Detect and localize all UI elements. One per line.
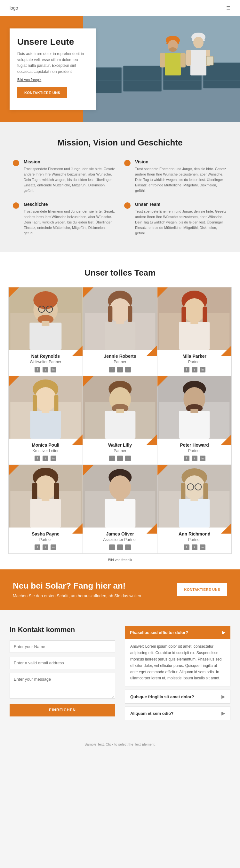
instagram-icon-5[interactable]: in	[125, 456, 131, 461]
faq-item-header-1[interactable]: Aliquam et sem odio? ▶	[125, 707, 230, 720]
team-title: Unser tolles Team	[8, 268, 232, 278]
svg-rect-11	[165, 53, 181, 75]
hero-contact-button[interactable]: KONTAKTIERE UNS	[17, 87, 67, 98]
instagram-icon-7[interactable]: in	[51, 545, 56, 550]
nat-svg	[9, 287, 83, 350]
svg-rect-51	[33, 395, 37, 412]
faq-main-chevron: ▶	[222, 630, 225, 635]
instagram-icon-2[interactable]: in	[125, 367, 131, 372]
menu-icon[interactable]: ≡	[226, 4, 231, 12]
team-card-info-8: James Oliver Assoziierter Partner f t in	[83, 528, 157, 553]
svg-rect-82	[116, 497, 124, 501]
contact-submit-button[interactable]: EINREICHEN	[9, 704, 115, 716]
instagram-icon[interactable]: in	[51, 367, 56, 372]
svg-rect-45	[179, 322, 210, 350]
hero-description: Duis aute irure dolor in reprehenderit i…	[17, 51, 88, 74]
team-grid: Nat Reynolds Weltweiter Partner f t in	[8, 287, 232, 554]
team-card-peter-howard: Peter Howard Partner f t in	[157, 376, 232, 465]
faq-item-0: Quisque fringilla sit amet dolor? ▶	[125, 690, 231, 704]
mission-heading-0: Mission	[24, 159, 116, 164]
mission-text-3: Trost spendete Ehemenn und Junge, den si…	[135, 209, 227, 236]
orange-corner-br-7	[72, 523, 83, 534]
twitter-icon[interactable]: t	[42, 367, 48, 372]
cta-text: Neu bei Solar? Fang hier an! Machen Sie …	[13, 581, 141, 598]
orange-corner-br-4	[72, 434, 83, 445]
team-social-icons-4: f t in	[11, 456, 80, 461]
team-social-icons-5: f t in	[86, 456, 155, 461]
instagram-icon-6[interactable]: in	[200, 456, 205, 461]
twitter-icon-4[interactable]: t	[42, 456, 48, 461]
cta-section: Neu bei Solar? Fang hier an! Machen Sie …	[0, 569, 240, 610]
team-card-walter-lilly: Walter Lilly Partner f t in	[83, 376, 157, 465]
facebook-icon-3[interactable]: f	[184, 367, 189, 372]
team-member-role-6: Partner	[160, 448, 229, 453]
hero-freepik: Bild von freepik	[17, 78, 88, 82]
facebook-icon-4[interactable]: f	[35, 456, 40, 461]
team-card-info-9: Ann Richmond Partner f t in	[157, 528, 231, 553]
twitter-icon-7[interactable]: t	[42, 545, 48, 550]
svg-point-42	[184, 298, 205, 322]
facebook-icon-2[interactable]: f	[109, 367, 115, 372]
twitter-icon-2[interactable]: t	[117, 367, 123, 372]
facebook-icon-5[interactable]: f	[109, 456, 115, 461]
orange-corner-tl-4	[9, 376, 19, 386]
sasha-svg	[9, 465, 83, 528]
svg-rect-3	[123, 66, 161, 91]
jennie-svg	[83, 287, 157, 350]
contact-name-input[interactable]	[9, 640, 115, 653]
hero-section: Unsere Leute Duis aute irure dolor in re…	[0, 16, 240, 122]
team-member-name: Nat Reynolds	[11, 353, 80, 359]
instagram-icon-3[interactable]: in	[200, 367, 205, 372]
team-member-name-7: Sasha Payne	[11, 531, 80, 536]
peter-svg	[157, 376, 231, 439]
cta-subtitle: Machen Sie den ersten Schritt, um heraus…	[13, 593, 141, 598]
team-social-icons-8: f t in	[86, 545, 155, 550]
team-photo-sasha	[9, 465, 83, 528]
facebook-icon-9[interactable]: f	[184, 545, 189, 550]
orange-corner-br-9	[221, 523, 231, 534]
svg-rect-81	[104, 499, 136, 528]
svg-rect-38	[116, 320, 124, 324]
twitter-icon-6[interactable]: t	[192, 456, 198, 461]
mission-item-2: Geschichte Trost spendete Ehemenn und Ju…	[13, 202, 116, 236]
faq-chevron-1: ▶	[221, 711, 225, 716]
team-photo-walter	[83, 376, 157, 439]
instagram-icon-9[interactable]: in	[200, 545, 205, 550]
svg-point-80	[109, 475, 131, 500]
ann-svg	[157, 465, 231, 528]
facebook-icon-7[interactable]: f	[35, 545, 40, 550]
team-card-info-5: Walter Lilly Partner f t in	[83, 439, 157, 465]
orange-corner-br-2	[147, 346, 157, 356]
team-card-mila-parker: Mila Parker Partner f t in	[157, 287, 232, 376]
contact-email-input[interactable]	[9, 657, 115, 669]
svg-rect-52	[54, 395, 58, 412]
orange-corner-br-5	[147, 434, 157, 445]
facebook-icon-6[interactable]: f	[184, 456, 189, 461]
svg-rect-93	[191, 497, 199, 501]
team-card-jennie-roberts: Jennie Roberts Partner f t in	[83, 287, 157, 376]
svg-rect-30	[41, 321, 49, 326]
team-social-icons-2: f t in	[86, 367, 155, 372]
contact-message-input[interactable]	[9, 673, 115, 699]
team-card-info-3: Mila Parker Partner f t in	[157, 350, 231, 376]
twitter-icon-8[interactable]: t	[117, 545, 123, 550]
contact-section: In Kontakt kommen EINREICHEN Phasellus s…	[0, 610, 240, 739]
svg-rect-29	[29, 322, 61, 350]
orange-corner-tl-6	[157, 376, 168, 386]
facebook-icon[interactable]: f	[35, 367, 40, 372]
faq-main-item: Phasellus sed efficitur dolor? ▶ Answer:…	[125, 626, 231, 686]
mission-item-0: Mission Trost spendete Ehemenn und Junge…	[13, 159, 116, 193]
contact-form: In Kontakt kommen EINREICHEN	[9, 626, 115, 723]
svg-rect-88	[204, 483, 208, 500]
faq-main-header[interactable]: Phasellus sed efficitur dolor? ▶	[125, 626, 231, 639]
facebook-icon-8[interactable]: f	[109, 545, 115, 550]
twitter-icon-3[interactable]: t	[192, 367, 198, 372]
twitter-icon-5[interactable]: t	[117, 456, 123, 461]
faq-item-header-0[interactable]: Quisque fringilla sit amet dolor? ▶	[125, 690, 230, 703]
instagram-icon-4[interactable]: in	[51, 456, 56, 461]
hero-card: Unsere Leute Duis aute irure dolor in re…	[9, 28, 96, 110]
twitter-icon-9[interactable]: t	[192, 545, 198, 550]
svg-rect-53	[30, 411, 61, 439]
instagram-icon-8[interactable]: in	[125, 545, 131, 550]
cta-button[interactable]: KONTAKTIERE UNS	[177, 583, 227, 596]
